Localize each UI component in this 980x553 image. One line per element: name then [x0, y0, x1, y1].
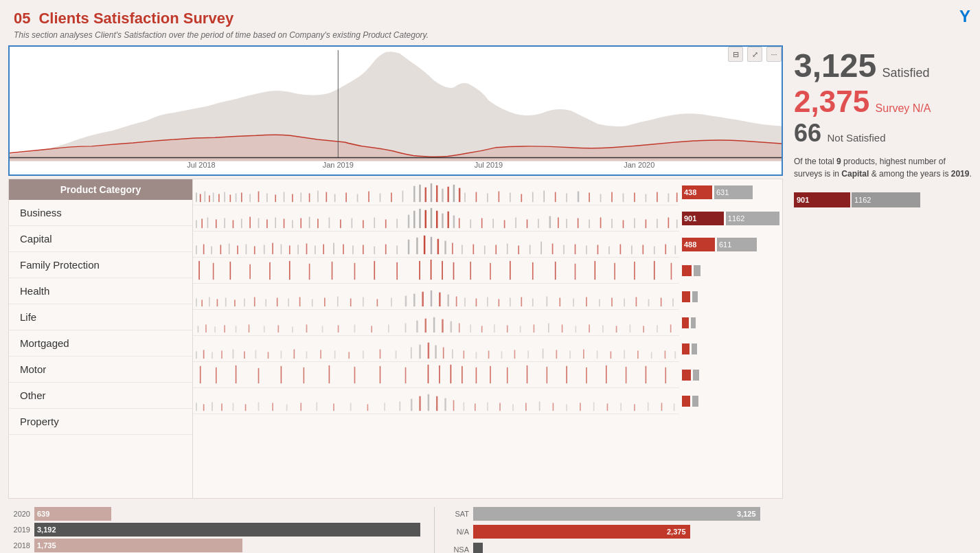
svg-rect-239: [661, 297, 662, 306]
sparkline-health: [193, 258, 679, 284]
svg-rect-73: [258, 218, 260, 229]
svg-rect-66: [201, 218, 203, 228]
svg-rect-100: [492, 218, 494, 228]
svg-rect-275: [616, 326, 617, 332]
expand-button[interactable]: ⤢: [747, 47, 762, 62]
svg-rect-303: [452, 349, 453, 359]
svg-rect-135: [333, 243, 334, 255]
category-item-capital[interactable]: Capital: [9, 226, 192, 252]
svg-text:Jan 2020: Jan 2020: [624, 161, 654, 169]
chart-divider: [434, 507, 435, 553]
svg-rect-314: [597, 350, 598, 359]
category-item-property[interactable]: Property: [9, 409, 192, 435]
svg-rect-301: [435, 346, 436, 359]
svg-rect-212: [350, 298, 352, 306]
svg-rect-153: [507, 244, 508, 255]
svg-rect-105: [549, 216, 551, 229]
category-item-other[interactable]: Other: [9, 383, 192, 409]
svg-rect-222: [456, 297, 457, 307]
year-bar-2018: 2018 1,735: [8, 539, 420, 552]
svg-rect-316: [624, 350, 625, 359]
category-item-motor[interactable]: Motor: [9, 357, 192, 383]
svg-rect-9: [200, 194, 201, 202]
satisfied-stat: 3,125 Satisfied: [794, 49, 972, 82]
category-header: Product Category: [9, 179, 192, 200]
year-2019-fill: 3,192: [34, 523, 420, 537]
svg-rect-49: [521, 194, 522, 202]
svg-rect-98: [470, 219, 471, 228]
svg-rect-115: [657, 218, 658, 228]
svg-rect-52: [555, 192, 556, 203]
svg-rect-177: [332, 262, 333, 280]
mortgaged-bar-gray: [691, 317, 696, 328]
svg-rect-145: [431, 237, 432, 254]
svg-rect-229: [532, 298, 534, 306]
svg-rect-45: [476, 192, 477, 203]
svg-text:Jul 2019: Jul 2019: [475, 161, 503, 169]
svg-rect-204: [254, 297, 255, 306]
svg-rect-267: [507, 325, 508, 332]
svg-rect-77: [292, 220, 293, 228]
svg-rect-317: [637, 350, 639, 359]
svg-rect-86: [385, 219, 387, 228]
svg-rect-110: [600, 218, 602, 229]
svg-rect-152: [495, 245, 497, 254]
svg-rect-109: [589, 219, 590, 228]
svg-rect-19: [258, 192, 260, 203]
svg-rect-163: [620, 245, 622, 255]
svg-rect-227: [510, 297, 511, 306]
svg-rect-24: [300, 192, 301, 202]
category-item-family-protection[interactable]: Family Protection: [9, 252, 192, 278]
svg-rect-48: [510, 192, 511, 202]
insight-block: Of the total 9 products, highest number …: [794, 155, 972, 180]
year-2019-label: 2019: [8, 526, 30, 534]
sat-label-sat: SAT: [448, 510, 469, 518]
right-panel: 3,125 Satisfied 2,375 Survey N/A 66 Not …: [783, 45, 972, 499]
svg-rect-118: [193, 232, 679, 257]
svg-rect-264: [470, 324, 471, 332]
svg-rect-91: [425, 210, 426, 228]
svg-rect-287: [255, 350, 257, 359]
svg-rect-111: [611, 218, 613, 228]
top-chart-container: ⊟ ⤢ ···: [8, 45, 783, 176]
svg-rect-208: [299, 297, 301, 306]
more-button[interactable]: ···: [766, 47, 782, 62]
svg-rect-261: [442, 319, 443, 332]
svg-rect-251: [306, 324, 308, 332]
business-bar-gray: 631: [714, 185, 753, 199]
category-item-health[interactable]: Health: [9, 278, 192, 304]
svg-rect-74: [266, 219, 268, 228]
svg-rect-175: [289, 261, 290, 280]
svg-rect-238: [648, 299, 650, 306]
category-item-life[interactable]: Life: [9, 304, 192, 330]
category-item-business[interactable]: Business: [9, 200, 192, 226]
property-bar-red: [682, 396, 690, 407]
svg-rect-95: [447, 212, 448, 228]
svg-rect-258: [416, 321, 418, 333]
svg-rect-386: [674, 403, 675, 411]
svg-rect-186: [490, 263, 491, 280]
svg-rect-56: [600, 194, 602, 202]
svg-rect-181: [419, 261, 420, 280]
svg-rect-41: [447, 187, 448, 202]
svg-rect-31: [368, 192, 369, 203]
svg-rect-171: [213, 263, 214, 280]
svg-rect-372: [487, 402, 488, 411]
category-item-mortgaged[interactable]: Mortgaged: [9, 330, 192, 357]
sat-label-na: N/A: [448, 528, 469, 536]
svg-rect-88: [408, 215, 409, 228]
svg-rect-223: [464, 297, 466, 306]
svg-rect-32: [380, 193, 381, 202]
svg-rect-146: [437, 239, 439, 254]
business-bar-red: 438: [682, 185, 712, 199]
right-mini-bars: 901 1162: [794, 188, 972, 207]
svg-rect-214: [377, 299, 378, 306]
svg-rect-15: [230, 194, 231, 202]
year-2020-label: 2020: [8, 510, 30, 518]
svg-rect-107: [566, 218, 567, 228]
svg-rect-160: [586, 245, 587, 254]
svg-rect-116: [668, 218, 670, 229]
insight-bold-year: 2019: [951, 169, 970, 179]
filter-button[interactable]: ⊟: [728, 47, 743, 62]
svg-rect-138: [363, 245, 364, 254]
